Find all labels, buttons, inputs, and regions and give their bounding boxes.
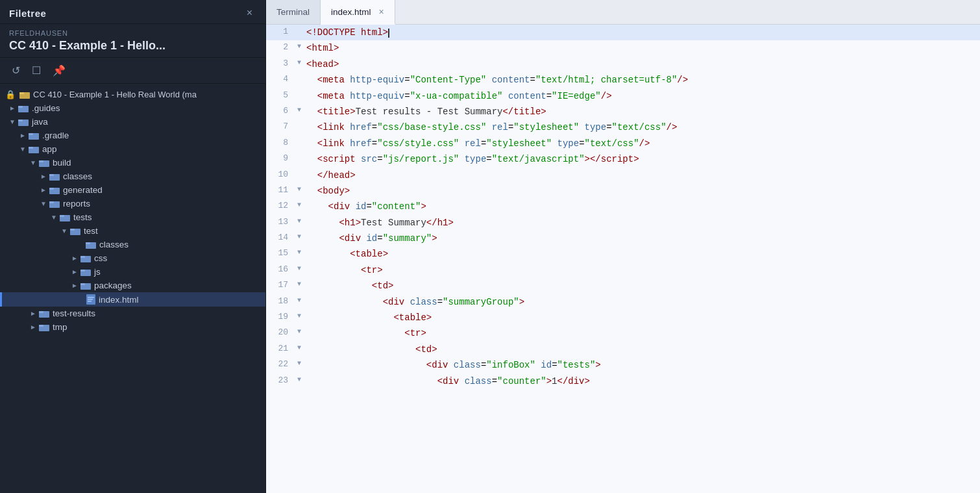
arrow-icon-guides: ► — [9, 105, 17, 112]
tab-terminal[interactable]: Terminal — [266, 0, 321, 24]
line-number-16: 16 — [266, 262, 297, 277]
tree-item-tests[interactable]: ▼ tests — [0, 210, 265, 224]
arrow-icon-js: ► — [71, 268, 79, 275]
tree-item-root[interactable]: 🔒 CC 410 - Example 1 - Hello Real World … — [0, 88, 265, 101]
tab-close-button[interactable]: × — [379, 6, 384, 17]
code-content-20: <tr> — [306, 325, 980, 341]
fold-16[interactable]: ▼ — [297, 262, 306, 274]
fold-22[interactable]: ▼ — [297, 357, 306, 369]
arrow-icon-tests: ▼ — [51, 214, 58, 221]
fold-17[interactable]: ▼ — [297, 278, 306, 290]
code-line-9: 9 <script src="js/report.js" type="text/… — [266, 151, 980, 167]
code-content-7: <link href="css/base-style.css" rel="sty… — [306, 120, 980, 135]
tree-item-test[interactable]: ▼ test — [0, 224, 265, 238]
folder-icon — [19, 90, 30, 99]
tree-item-js[interactable]: ► js — [0, 265, 265, 279]
line-number-2: 2 — [266, 40, 297, 55]
tab-terminal-label: Terminal — [276, 7, 310, 17]
fold-12[interactable]: ▼ — [297, 199, 306, 210]
tree-item-reports[interactable]: ▼ reports — [0, 197, 265, 210]
tree-item-classes[interactable]: ► classes — [0, 170, 265, 183]
refresh-icon[interactable]: ↺ — [9, 63, 23, 78]
code-content-21: <td> — [306, 342, 980, 357]
line-number-18: 18 — [266, 294, 297, 309]
code-content-9: <script src="js/report.js" type="text/ja… — [306, 151, 980, 167]
editor-area[interactable]: 1 <!DOCTYPE html> 2 ▼ <html> 3 ▼ <head> … — [266, 25, 980, 493]
fold-23[interactable]: ▼ — [297, 373, 306, 385]
line-number-22: 22 — [266, 357, 297, 372]
tab-index-html[interactable]: index.html × — [321, 0, 395, 25]
folder-icon-test-classes — [86, 240, 96, 249]
folder-icon-app — [29, 145, 39, 153]
project-user: RFELDHAUSEN — [9, 29, 256, 37]
tree-item-generated[interactable]: ► generated — [0, 183, 265, 197]
fold-6[interactable]: ▼ — [297, 104, 306, 116]
code-content-23: <div class="counter">1</div> — [306, 373, 980, 389]
tree-label-tests: tests — [73, 212, 92, 222]
fold-8 — [297, 136, 306, 137]
tree-item-packages[interactable]: ► packages — [0, 279, 265, 292]
code-line-13: 13 ▼ <h1>Test Summary</h1> — [266, 215, 980, 231]
code-content-10: </head> — [306, 168, 980, 183]
fold-18[interactable]: ▼ — [297, 294, 306, 306]
svg-rect-33 — [88, 301, 92, 302]
code-line-16: 16 ▼ <tr> — [266, 262, 980, 278]
tree-item-app[interactable]: ▼ app — [0, 142, 265, 156]
tree-item-css[interactable]: ► css — [0, 251, 265, 265]
svg-rect-1 — [19, 92, 24, 94]
folder-icon-css — [80, 254, 91, 262]
code-line-12: 12 ▼ <div id="content"> — [266, 199, 980, 214]
tree-label-app: app — [42, 144, 57, 154]
pin-icon[interactable]: 📌 — [50, 63, 68, 78]
folder-icon-reports — [49, 199, 60, 208]
folder-icon-java — [18, 118, 29, 126]
tree-item-java[interactable]: ▼ java — [0, 115, 265, 129]
arrow-icon-app: ▼ — [19, 145, 27, 153]
fold-3[interactable]: ▼ — [297, 57, 306, 68]
fold-2[interactable]: ▼ — [297, 40, 306, 52]
tree-item-test-classes[interactable]: ► classes — [0, 238, 265, 251]
arrow-icon-java: ▼ — [9, 118, 17, 125]
tree-label-root: CC 410 - Example 1 - Hello Real World (m… — [33, 90, 197, 99]
tree-label-build: build — [53, 158, 71, 168]
svg-rect-31 — [88, 297, 94, 298]
tree-label-classes: classes — [63, 171, 92, 181]
svg-rect-7 — [29, 133, 33, 135]
code-content-16: <tr> — [306, 262, 980, 278]
code-line-11: 11 ▼ <body> — [266, 183, 980, 199]
svg-rect-23 — [86, 242, 90, 244]
tree-item-index-html[interactable]: ► index.html — [0, 292, 265, 307]
fold-21[interactable]: ▼ — [297, 342, 306, 353]
arrow-icon-classes: ► — [40, 173, 48, 180]
code-content-22: <div class="infoBox" id="tests"> — [306, 357, 980, 373]
fold-1 — [297, 25, 306, 26]
svg-rect-32 — [88, 299, 93, 300]
code-content-13: <h1>Test Summary</h1> — [306, 215, 980, 231]
monitor-icon[interactable]: ☐ — [29, 63, 43, 78]
tree-item-gradle[interactable]: ► .gradle — [0, 129, 265, 142]
line-number-19: 19 — [266, 310, 297, 324]
code-content-1: <!DOCTYPE html> — [306, 25, 980, 40]
fold-15[interactable]: ▼ — [297, 246, 306, 258]
tree-label-gradle: .gradle — [42, 131, 69, 140]
folder-icon-test-results — [39, 309, 49, 318]
code-line-20: 20 ▼ <tr> — [266, 325, 980, 341]
tree-item-build[interactable]: ▼ build — [0, 156, 265, 170]
line-number-5: 5 — [266, 88, 297, 103]
code-line-5: 5 <meta http-equiv="x-ua-compatible" con… — [266, 88, 980, 104]
sidebar-close-button[interactable]: × — [243, 6, 256, 19]
tree-item-tmp[interactable]: ► tmp — [0, 320, 265, 334]
arrow-icon-test: ▼ — [61, 227, 69, 234]
fold-13[interactable]: ▼ — [297, 215, 306, 227]
fold-20[interactable]: ▼ — [297, 325, 306, 337]
folder-icon-packages — [80, 281, 91, 290]
sidebar: Filetree × RFELDHAUSEN CC 410 - Example … — [0, 0, 266, 493]
sidebar-header: Filetree × — [0, 0, 265, 24]
folder-icon-test — [70, 227, 80, 235]
project-name: CC 410 - Example 1 - Hello... — [9, 38, 256, 53]
tree-item-guides[interactable]: ► .guides — [0, 101, 265, 115]
tree-item-test-results[interactable]: ► test-results — [0, 307, 265, 320]
fold-19[interactable]: ▼ — [297, 310, 306, 322]
fold-11[interactable]: ▼ — [297, 183, 306, 195]
fold-14[interactable]: ▼ — [297, 231, 306, 242]
